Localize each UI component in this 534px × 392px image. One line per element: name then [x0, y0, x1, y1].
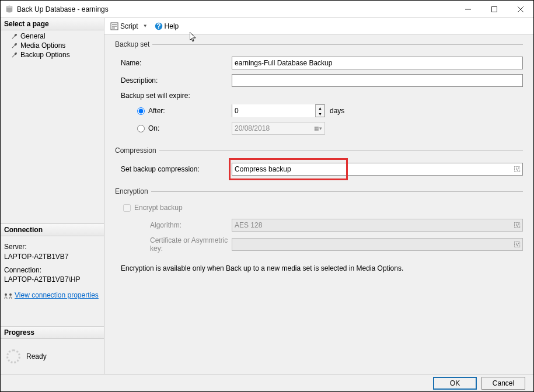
- nav-backup-options[interactable]: Backup Options: [1, 50, 104, 60]
- after-label: After:: [148, 107, 165, 115]
- expire-label: Backup set will expire:: [115, 92, 232, 100]
- wrench-icon: [11, 42, 18, 49]
- spin-up-icon[interactable]: ▲: [316, 105, 324, 111]
- encrypt-label: Encrypt backup: [134, 204, 183, 212]
- sidebar: Select a page General Media Options Back…: [1, 18, 104, 374]
- nav-media-options[interactable]: Media Options: [1, 41, 104, 50]
- script-icon: [110, 22, 118, 30]
- backup-set-fieldset: Backup set Name: Description: Backup set…: [115, 40, 523, 139]
- window-title: Back Up Database - earnings: [17, 5, 455, 13]
- description-label: Description:: [115, 76, 232, 85]
- server-label: Server:: [4, 242, 100, 252]
- help-icon: ?: [155, 22, 163, 30]
- svg-point-6: [5, 293, 7, 296]
- wrench-icon: [11, 51, 18, 58]
- cert-combo: 🇻: [232, 238, 523, 251]
- connection-value: LAPTOP-A2TB1VB7\HP: [4, 275, 100, 285]
- chevron-down-icon: 🇻: [514, 166, 520, 173]
- encrypt-checkbox: [123, 204, 131, 212]
- calendar-dropdown-icon: ▦▾: [314, 125, 322, 131]
- connection-panel: Server: LAPTOP-A2TB1VB7 Connection: LAPT…: [1, 236, 104, 303]
- encryption-fieldset: Encryption Encrypt backup Algorithm: AES…: [115, 187, 523, 257]
- title-bar: Back Up Database - earnings: [1, 1, 533, 18]
- nav-label: General: [20, 32, 46, 40]
- svg-rect-3: [491, 6, 497, 12]
- connection-label: Connection:: [4, 265, 100, 275]
- chevron-down-icon[interactable]: ▼: [143, 23, 148, 29]
- days-label: days: [330, 107, 344, 115]
- database-icon: [5, 5, 13, 13]
- chevron-down-icon: 🇻: [514, 242, 520, 248]
- select-page-header: Select a page: [1, 18, 104, 30]
- svg-point-7: [9, 293, 12, 296]
- maximize-button[interactable]: [481, 1, 507, 18]
- on-label: On:: [148, 124, 159, 132]
- after-days-input[interactable]: [232, 104, 315, 117]
- name-input[interactable]: [232, 57, 523, 69]
- help-label: Help: [165, 22, 179, 30]
- compression-combo[interactable]: Compress backup 🇻: [232, 163, 523, 176]
- algorithm-combo: AES 128 🇻: [232, 219, 523, 232]
- connection-icon: [4, 292, 12, 299]
- close-button[interactable]: [507, 1, 533, 18]
- chevron-down-icon: 🇻: [514, 222, 520, 229]
- progress-header: Progress: [1, 326, 104, 339]
- after-days-spinner[interactable]: ▲▼: [232, 104, 325, 117]
- after-radio[interactable]: [137, 107, 145, 115]
- on-date-picker: 20/08/2018 ▦▾: [232, 122, 325, 135]
- progress-panel: Ready: [1, 339, 104, 374]
- on-radio[interactable]: [137, 125, 145, 132]
- encryption-note: Encryption is available only when Back u…: [115, 264, 523, 272]
- cancel-button[interactable]: Cancel: [481, 377, 525, 390]
- backup-set-legend: Backup set: [115, 40, 152, 48]
- nav-general[interactable]: General: [1, 32, 104, 41]
- compression-label: Set backup compression:: [115, 165, 232, 173]
- progress-status: Ready: [26, 352, 47, 360]
- description-input[interactable]: [232, 74, 523, 87]
- ok-button[interactable]: OK: [433, 377, 477, 390]
- progress-spinner-icon: [6, 349, 20, 363]
- wrench-icon: [11, 33, 18, 40]
- svg-text:?: ?: [156, 22, 160, 30]
- cert-label: Certificate or Asymmetric key:: [115, 236, 232, 253]
- nav-label: Backup Options: [20, 51, 70, 59]
- algorithm-label: Algorithm:: [115, 221, 232, 229]
- compression-fieldset: Compression Set backup compression: Comp…: [115, 146, 523, 180]
- help-button[interactable]: ? Help: [152, 21, 182, 32]
- svg-point-1: [6, 5, 13, 8]
- minimize-button[interactable]: [455, 1, 481, 18]
- content-area: Backup set Name: Description: Backup set…: [104, 34, 533, 374]
- on-date-value: 20/08/2018: [235, 124, 270, 132]
- view-connection-properties-link[interactable]: View connection properties: [15, 290, 99, 300]
- compression-legend: Compression: [115, 146, 159, 155]
- algorithm-value: AES 128: [235, 221, 262, 229]
- connection-header: Connection: [1, 223, 104, 236]
- compression-value: Compress backup: [235, 165, 291, 173]
- toolbar: Script ▼ ? Help: [104, 18, 533, 34]
- spin-down-icon[interactable]: ▼: [316, 111, 324, 117]
- server-value: LAPTOP-A2TB1VB7: [4, 252, 100, 262]
- script-button[interactable]: Script: [108, 21, 141, 32]
- dialog-footer: OK Cancel: [1, 374, 533, 392]
- name-label: Name:: [115, 59, 232, 67]
- nav-label: Media Options: [20, 41, 65, 50]
- encryption-legend: Encryption: [115, 187, 151, 195]
- script-label: Script: [120, 22, 138, 30]
